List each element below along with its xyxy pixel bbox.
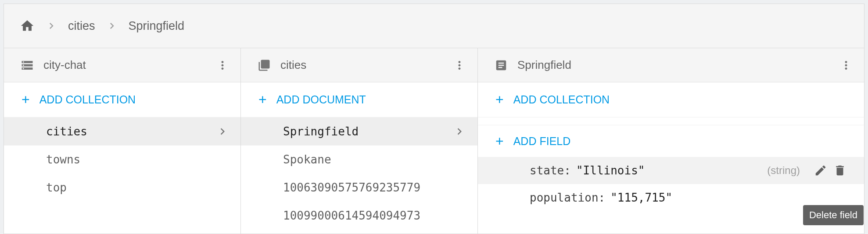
delete-icon[interactable]: [833, 164, 846, 177]
collection-item[interactable]: towns: [4, 145, 240, 174]
collection-panel: cities + ADD DOCUMENT Springfield Spo: [241, 48, 478, 234]
add-collection-button[interactable]: + ADD COLLECTION: [4, 82, 240, 117]
chevron-right-icon: [45, 20, 57, 32]
field-value: "115,715": [610, 191, 672, 204]
edit-icon[interactable]: [814, 164, 827, 177]
plus-icon: +: [495, 92, 504, 108]
chevron-right-icon: [216, 125, 229, 138]
database-title: city-chat: [43, 58, 216, 72]
plus-icon: +: [258, 92, 267, 108]
database-icon: [21, 59, 34, 72]
field-key: population: [530, 191, 610, 204]
database-panel: city-chat + ADD COLLECTION cities tow: [4, 48, 241, 234]
collection-item-label: cities: [46, 125, 87, 138]
collection-item[interactable]: cities: [4, 117, 240, 145]
collection-item-label: top: [46, 181, 67, 194]
document-menu-icon[interactable]: [839, 59, 853, 72]
collection-menu-icon[interactable]: [453, 59, 466, 72]
document-item-label: Springfield: [283, 125, 359, 138]
home-icon[interactable]: [20, 18, 35, 33]
document-item-label: Spokane: [283, 153, 331, 166]
document-item[interactable]: Spokane: [241, 145, 477, 174]
add-collection-button-doc[interactable]: + ADD COLLECTION: [478, 82, 864, 117]
field-value: "Illinois": [576, 164, 645, 177]
add-field-label: ADD FIELD: [513, 135, 571, 148]
database-menu-icon[interactable]: [216, 59, 229, 72]
add-field-button[interactable]: + ADD FIELD: [478, 125, 864, 157]
collection-title: cities: [280, 58, 453, 72]
breadcrumb-collection[interactable]: cities: [68, 19, 95, 33]
document-title: Springfield: [517, 58, 839, 72]
field-key: state: [530, 164, 576, 177]
field-type: (string): [767, 164, 800, 177]
document-item-label: 10063090575769235779: [283, 181, 420, 194]
add-collection-label-doc: ADD COLLECTION: [513, 93, 610, 106]
collection-icon: [258, 59, 271, 72]
collection-item[interactable]: top: [4, 174, 240, 202]
breadcrumb-document[interactable]: Springfield: [129, 19, 185, 33]
chevron-right-icon: [453, 125, 466, 138]
plus-icon: +: [495, 133, 504, 149]
document-item[interactable]: 10099000614594094973: [241, 202, 477, 230]
add-collection-label: ADD COLLECTION: [39, 93, 136, 106]
breadcrumb: cities Springfield: [4, 4, 864, 48]
field-row[interactable]: state "Illinois" (string): [478, 157, 864, 184]
add-document-label: ADD DOCUMENT: [276, 93, 366, 106]
plus-icon: +: [22, 92, 30, 108]
document-item[interactable]: Springfield: [241, 117, 477, 145]
document-item[interactable]: 10063090575769235779: [241, 174, 477, 202]
document-icon: [495, 59, 508, 72]
document-item-label: 10099000614594094973: [283, 209, 420, 222]
chevron-right-icon: [106, 20, 118, 32]
add-document-button[interactable]: + ADD DOCUMENT: [241, 82, 477, 117]
collection-item-label: towns: [46, 153, 80, 166]
delete-field-tooltip: Delete field: [803, 205, 864, 225]
